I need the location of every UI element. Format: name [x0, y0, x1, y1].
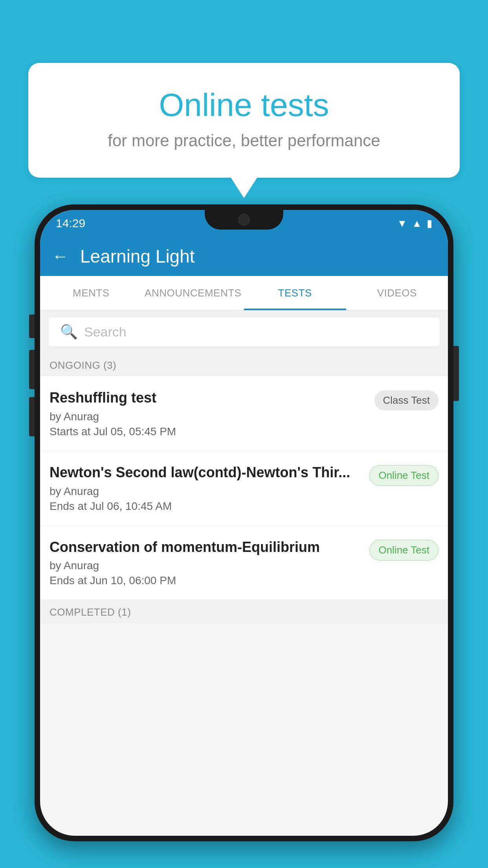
bubble-title: Online tests: [60, 86, 428, 123]
completed-title: COMPLETED (1): [50, 606, 131, 618]
test-info: Reshuffling test by Anurag Starts at Jul…: [50, 389, 367, 438]
test-name: Conservation of momentum-Equilibrium: [50, 538, 361, 557]
test-badge-online: Online Test: [369, 540, 438, 561]
tab-videos[interactable]: VIDEOS: [346, 276, 448, 310]
test-author: by Anurag: [50, 410, 367, 423]
test-author: by Anurag: [50, 559, 361, 572]
search-input[interactable]: Search: [84, 324, 127, 340]
battery-icon: ▮: [427, 217, 432, 230]
status-time: 14:29: [56, 217, 85, 230]
test-time: Starts at Jul 05, 05:45 PM: [50, 425, 367, 438]
phone-notch: [205, 210, 283, 230]
ongoing-section-header: ONGOING (3): [40, 353, 448, 376]
test-name: Newton's Second law(contd)-Newton's Thir…: [50, 463, 361, 482]
test-author: by Anurag: [50, 485, 361, 498]
test-badge-class: Class Test: [374, 390, 438, 410]
tab-tests[interactable]: TESTS: [244, 276, 346, 310]
search-container: 🔍 Search: [40, 311, 448, 353]
tab-announcements[interactable]: ANNOUNCEMENTS: [142, 276, 244, 310]
test-item[interactable]: Conservation of momentum-Equilibrium by …: [40, 526, 448, 600]
signal-icon: ▲: [412, 217, 422, 230]
test-name: Reshuffling test: [50, 389, 367, 407]
test-info: Newton's Second law(contd)-Newton's Thir…: [50, 463, 361, 513]
test-item[interactable]: Reshuffling test by Anurag Starts at Jul…: [40, 376, 448, 451]
phone-button: [453, 346, 459, 401]
test-info: Conservation of momentum-Equilibrium by …: [50, 538, 361, 587]
speech-bubble: Online tests for more practice, better p…: [28, 63, 460, 178]
status-icons: ▼ ▲ ▮: [397, 217, 432, 230]
test-list: Reshuffling test by Anurag Starts at Jul…: [40, 376, 448, 600]
phone-camera: [238, 214, 250, 226]
tab-ments[interactable]: MENTS: [40, 276, 142, 310]
tab-bar: MENTS ANNOUNCEMENTS TESTS VIDEOS: [40, 276, 448, 311]
phone-button: [29, 350, 35, 389]
completed-section-header: COMPLETED (1): [40, 600, 448, 623]
test-time: Ends at Jun 10, 06:00 PM: [50, 574, 361, 587]
phone-button: [29, 314, 35, 338]
phone-button: [29, 397, 35, 436]
phone-screen: 14:29 ▼ ▲ ▮ ← Learning Light MENTS ANNOU…: [40, 210, 448, 836]
phone-mockup: 14:29 ▼ ▲ ▮ ← Learning Light MENTS ANNOU…: [35, 204, 453, 868]
ongoing-title: ONGOING (3): [50, 359, 116, 371]
search-icon: 🔍: [60, 324, 78, 340]
back-button[interactable]: ←: [52, 248, 68, 265]
test-time: Ends at Jul 06, 10:45 AM: [50, 500, 361, 513]
test-item[interactable]: Newton's Second law(contd)-Newton's Thir…: [40, 451, 448, 526]
app-header: ← Learning Light: [40, 237, 448, 276]
wifi-icon: ▼: [397, 217, 407, 230]
bubble-subtitle: for more practice, better performance: [60, 131, 428, 150]
app-title: Learning Light: [80, 246, 195, 267]
phone-frame: 14:29 ▼ ▲ ▮ ← Learning Light MENTS ANNOU…: [35, 204, 453, 841]
test-badge-online: Online Test: [369, 465, 438, 486]
search-bar[interactable]: 🔍 Search: [48, 317, 440, 347]
